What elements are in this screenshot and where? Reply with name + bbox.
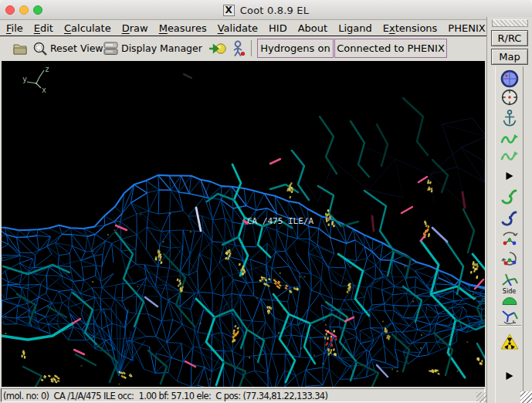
crosshair-centre-icon[interactable] [500, 88, 519, 107]
status-frame: (mol. no: 0) CA /1/A/475 ILE occ: 1.00 b… [1, 388, 485, 402]
map-button[interactable]: Map [491, 49, 528, 65]
rrc-button[interactable]: R/RC [491, 30, 528, 46]
toolbar: Reset View Display Manager Hydrogens on … [0, 37, 487, 60]
title-group: X Coot 0.8.9 EL [0, 0, 532, 20]
radiation-warning-icon[interactable] [500, 333, 520, 351]
menu-about[interactable]: About [298, 22, 327, 34]
right-toolbar: R/RC Map [486, 17, 532, 403]
auto-fit-rotamer-icon[interactable] [500, 188, 519, 206]
menu-edit[interactable]: Edit [34, 22, 53, 34]
coot-window: X Coot 0.8.9 EL FileEditCalculateDrawMea… [0, 0, 532, 403]
open-coordinates-icon[interactable] [13, 42, 29, 56]
sidebar-separator [498, 325, 521, 327]
display-manager-button[interactable]: Display Manager [121, 42, 202, 54]
menu-extensions[interactable]: Extensions [383, 22, 438, 34]
svg-text:y: y [22, 75, 27, 83]
window-resize-grip[interactable] [520, 391, 532, 403]
status-text: (mol. no: 0) CA /1/A/475 ILE occ: 1.00 b… [3, 391, 327, 401]
statusbar-resize-grip[interactable] [476, 392, 486, 402]
x11-icon: X [223, 5, 235, 16]
menu-bar: FileEditCalculateDrawMeasuresValidateHID… [0, 21, 487, 36]
menu-measures[interactable]: Measures [159, 22, 207, 34]
flip-molecule-icon[interactable] [500, 269, 520, 290]
menu-validate[interactable]: Validate [218, 22, 258, 34]
expand-arrow-bottom-icon[interactable] [506, 372, 513, 380]
reset-view-button[interactable]: Reset View [50, 42, 103, 54]
real-space-refine-icon[interactable] [500, 130, 520, 148]
side-chain-label: Side [501, 289, 518, 295]
display-manager-icon[interactable] [103, 42, 118, 56]
menu-ligand[interactable]: Ligand [338, 22, 372, 34]
rotate-arc-molecule-icon[interactable] [500, 229, 520, 249]
reset-view-icon[interactable] [32, 41, 48, 56]
molecular-viewport[interactable]: yzxCA /475 ILE/A [2, 61, 485, 387]
menu-draw[interactable]: Draw [122, 22, 148, 34]
rotamer-chooser-icon[interactable] [500, 209, 519, 228]
title-bar: X Coot 0.8.9 EL [0, 0, 532, 20]
menu-calculate[interactable]: Calculate [64, 22, 111, 34]
window-title: Coot 0.8.9 EL [240, 5, 309, 16]
svg-text:x: x [42, 86, 46, 94]
jed-flip-icon[interactable] [500, 305, 520, 325]
svg-text:z: z [45, 65, 49, 73]
sidebar-handle-grip[interactable] [492, 19, 528, 27]
view-sphere-icon[interactable] [500, 69, 519, 88]
validation-figure-icon[interactable] [231, 40, 246, 57]
go-to-atom-icon[interactable] [208, 42, 227, 56]
menu-phenix[interactable]: PHENIX [448, 22, 485, 34]
regularize-zone-icon[interactable] [500, 148, 520, 167]
menu-file[interactable]: File [6, 22, 23, 34]
hydrogens-badge: Hydrogens on [257, 39, 334, 58]
toolbar-separator [251, 40, 252, 56]
phenix-connected-badge: Connected to PHENIX [334, 39, 447, 58]
anchor-icon[interactable] [501, 109, 518, 127]
sidebar-icon-column: Side [495, 66, 524, 403]
residue-label: CA /475 ILE/A [247, 216, 313, 226]
expand-arrow-icon[interactable] [506, 172, 513, 180]
status-bar: (mol. no: 0) CA /1/A/475 ILE occ: 1.00 b… [0, 387, 487, 403]
menu-hid[interactable]: HID [269, 22, 287, 34]
rotate-translate-molecule-icon[interactable] [500, 250, 520, 270]
